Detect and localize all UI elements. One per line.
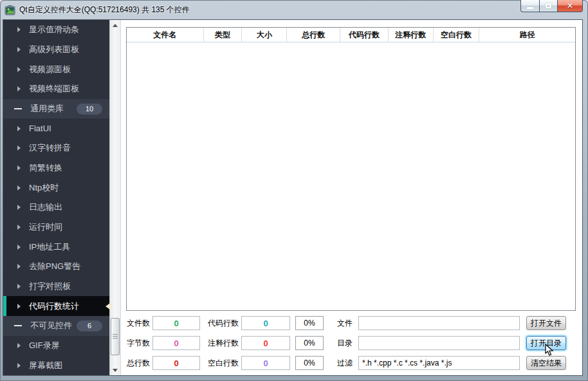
open-dir-button[interactable]: 打开目录 [526, 336, 566, 350]
sidebar-item-2[interactable]: 视频源面板 [3, 59, 109, 79]
code-lines-field[interactable] [241, 316, 290, 330]
filter-input[interactable] [358, 356, 520, 370]
sidebar-item-3[interactable]: 视频终端面板 [3, 79, 109, 99]
sidebar-item-6[interactable]: 汉字转拼音 [3, 138, 109, 158]
column-header-label: 文件名 [153, 30, 176, 41]
column-header-label: 代码行数 [349, 30, 380, 41]
window-controls: ✕ [520, 0, 583, 12]
sidebar-nav: 显示值滑动条高级列表面板视频源面板视频终端面板通用类库10FlatUI汉字转拼音… [3, 20, 109, 375]
column-header-label: 总行数 [302, 30, 325, 41]
main-panel: 文件名类型大小总行数代码行数注释行数空白行数路径 文件数 代码行数 文件 打开文… [121, 20, 582, 375]
sidebar-item-label: Ntp校时 [29, 182, 59, 194]
comment-lines-field[interactable] [241, 336, 290, 350]
chevron-right-icon [17, 27, 21, 32]
collapse-minus-icon [14, 108, 22, 109]
sidebar-item-10[interactable]: 运行时间 [3, 218, 109, 237]
chevron-right-icon [17, 225, 21, 230]
column-header-5[interactable]: 注释行数 [389, 28, 434, 42]
column-header-3[interactable]: 总行数 [287, 28, 340, 42]
code-percent-field[interactable] [295, 316, 324, 330]
sidebar-item-13[interactable]: 打字对照板 [3, 277, 109, 297]
sidebar-item-14-selected[interactable]: 代码行数统计 [3, 296, 109, 316]
sidebar-item-5[interactable]: FlatUI [3, 118, 109, 138]
chevron-right-icon [17, 304, 21, 309]
bytes-count-field[interactable] [152, 336, 200, 350]
total-lines-field[interactable] [152, 356, 200, 370]
column-header-4[interactable]: 代码行数 [340, 28, 389, 42]
chevron-right-icon [17, 165, 21, 171]
chevron-right-icon [17, 47, 21, 52]
dir-path-input[interactable] [358, 336, 520, 350]
chevron-right-icon [17, 185, 21, 190]
sidebar-item-label: 高级列表面板 [29, 44, 79, 55]
arrow-up-icon [113, 24, 118, 27]
files-count-field[interactable] [152, 316, 200, 330]
sidebar-item-12[interactable]: 去除PNG警告 [3, 257, 109, 277]
sidebar-item-8[interactable]: Ntp校时 [3, 178, 109, 198]
count-badge: 10 [77, 104, 102, 115]
scrollbar-up-button[interactable] [110, 20, 120, 30]
sidebar-item-label: 去除PNG警告 [29, 261, 80, 272]
sidebar-item-label: 日志输出 [29, 201, 62, 213]
total-lines-label: 总行数 [123, 358, 150, 369]
column-header-2[interactable]: 大小 [242, 28, 287, 42]
column-header-7[interactable]: 路径 [479, 28, 575, 42]
sidebar-item-label: 运行时间 [29, 221, 62, 233]
sidebar-item-1[interactable]: 高级列表面板 [3, 40, 109, 60]
titlebar[interactable]: Qt自定义控件大全(QQ:517216493) 共 135 个控件 ✕ [0, 0, 588, 19]
file-path-input[interactable] [358, 316, 520, 330]
dir-label: 目录 [337, 338, 354, 349]
sidebar-item-7[interactable]: 简繁转换 [3, 158, 109, 178]
sidebar-item-17[interactable]: 屏幕截图 [3, 355, 109, 375]
column-header-label: 空白行数 [441, 30, 472, 41]
app-window: Qt自定义控件大全(QQ:517216493) 共 135 个控件 ✕ 显示值滑… [0, 0, 588, 381]
sidebar-item-label: 打字对照板 [29, 281, 71, 292]
app-icon [5, 5, 15, 15]
files-count-label: 文件数 [123, 318, 150, 329]
column-header-label: 大小 [257, 30, 272, 41]
sidebar-item-11[interactable]: IP地址工具 [3, 237, 109, 257]
blank-percent-field[interactable] [295, 356, 324, 370]
arrow-down-icon [113, 369, 118, 372]
sidebar-item-16[interactable]: GIF录屏 [3, 336, 109, 356]
file-label: 文件 [337, 318, 354, 329]
open-file-button[interactable]: 打开文件 [526, 316, 566, 330]
sidebar-item-label: FlatUI [29, 124, 51, 133]
sidebar-item-9[interactable]: 日志输出 [3, 198, 109, 218]
column-header-0[interactable]: 文件名 [127, 28, 204, 42]
sidebar-item-label: 视频源面板 [29, 64, 71, 75]
comment-percent-field[interactable] [295, 336, 324, 350]
chevron-right-icon [17, 284, 21, 289]
sidebar-item-label: GIF录屏 [29, 340, 60, 351]
sidebar-item-label: 通用类库 [30, 103, 64, 115]
chevron-right-icon [17, 67, 21, 72]
column-header-6[interactable]: 空白行数 [434, 28, 480, 42]
column-header-1[interactable]: 类型 [204, 28, 243, 42]
chevron-right-icon [17, 363, 21, 368]
sidebar-scrollbar[interactable] [109, 20, 121, 375]
selected-accent-bar [3, 296, 6, 316]
blank-lines-field[interactable] [241, 356, 290, 370]
stats-row-bytes: 字节数 注释行数 目录 打开目录 [121, 336, 582, 350]
stats-row-files: 文件数 代码行数 文件 打开文件 [121, 316, 582, 330]
clear-results-button[interactable]: 清空结果 [526, 356, 566, 370]
sidebar-item-0[interactable]: 显示值滑动条 [3, 20, 109, 40]
chevron-right-icon [17, 126, 21, 131]
sidebar-item-15[interactable]: 不可见控件6 [3, 316, 109, 336]
sidebar-item-4[interactable]: 通用类库10 [3, 99, 109, 119]
sidebar-item-label: 显示值滑动条 [29, 24, 79, 35]
maximize-button[interactable] [539, 0, 558, 12]
scrollbar-down-button[interactable] [110, 365, 120, 375]
minimize-button[interactable] [520, 0, 539, 12]
sidebar-item-label: 屏幕截图 [29, 360, 62, 371]
close-button[interactable]: ✕ [558, 0, 583, 12]
chevron-right-icon [17, 86, 21, 91]
table-header-row: 文件名类型大小总行数代码行数注释行数空白行数路径 [127, 28, 575, 42]
scrollbar-thumb[interactable] [111, 318, 120, 355]
sidebar-item-label: 视频终端面板 [29, 83, 79, 95]
window-content: 显示值滑动条高级列表面板视频源面板视频终端面板通用类库10FlatUI汉字转拼音… [3, 19, 583, 376]
chevron-right-icon [17, 343, 21, 348]
scrollbar-grip-icon [113, 334, 118, 339]
sidebar-item-label: 汉字转拼音 [29, 142, 71, 154]
column-header-label: 注释行数 [395, 30, 426, 41]
